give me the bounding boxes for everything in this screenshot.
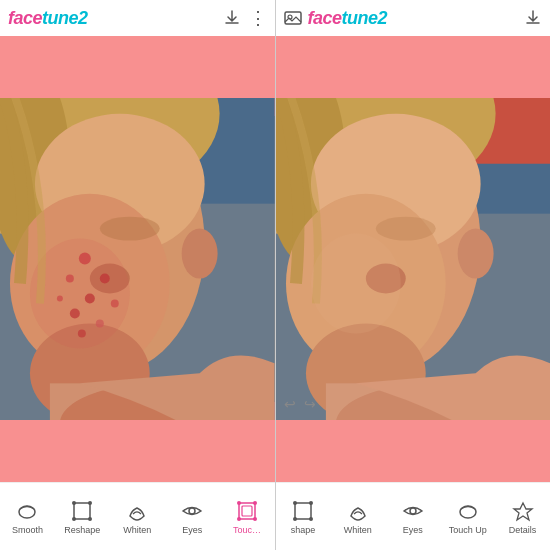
smooth-icon-left [16, 500, 38, 522]
header-right: facetune2 [276, 0, 551, 36]
download-button-left[interactable] [223, 9, 241, 27]
redo-button[interactable]: ↪ [304, 396, 316, 412]
svg-point-9 [182, 229, 218, 279]
shape-label-right: shape [291, 525, 316, 535]
header-left-group-right: facetune2 [284, 8, 388, 29]
details-icon-right [512, 500, 534, 522]
svg-marker-62 [514, 503, 532, 520]
svg-point-34 [253, 501, 257, 505]
tool-details-right[interactable]: Details [495, 483, 550, 550]
eyes-label-left: Eyes [182, 525, 202, 535]
touchup-label-right: Touch Up [449, 525, 487, 535]
whiten-icon-left [126, 500, 148, 522]
svg-point-26 [72, 501, 76, 505]
photo-area-right: ↩ ↪ [276, 36, 551, 482]
tool-whiten-right[interactable]: Whiten [330, 483, 385, 550]
header-icons-right [524, 9, 542, 27]
header-left: facetune2 ⋮ [0, 0, 275, 36]
photo-svg-left [0, 98, 275, 419]
svg-point-29 [88, 517, 92, 521]
face-image-right [276, 98, 551, 419]
svg-rect-25 [74, 503, 90, 519]
logo-face-right: face [308, 8, 342, 29]
svg-point-49 [457, 229, 493, 279]
svg-point-59 [309, 517, 313, 521]
tool-touchup-left[interactable]: Touc… [220, 483, 275, 550]
logo-2-left: 2 [78, 8, 88, 29]
undo-button[interactable]: ↩ [284, 396, 296, 412]
svg-point-27 [88, 501, 92, 505]
svg-point-56 [293, 501, 297, 505]
logo-tune-right: tune [342, 8, 378, 29]
photo-icon-right [284, 9, 302, 27]
svg-point-60 [410, 508, 416, 514]
shape-icon-right [292, 500, 314, 522]
svg-rect-32 [242, 506, 252, 516]
tool-smooth-left[interactable]: Smooth [0, 483, 55, 550]
photo-area-left [0, 36, 275, 482]
touchup-icon-right [457, 500, 479, 522]
whiten-label-left: Whiten [123, 525, 151, 535]
download-button-right[interactable] [524, 9, 542, 27]
logo-2-right: 2 [378, 8, 388, 29]
svg-point-36 [253, 517, 257, 521]
whiten-icon-right [347, 500, 369, 522]
tool-touchup-right[interactable]: Touch Up [440, 483, 495, 550]
reshape-label-left: Reshape [64, 525, 100, 535]
eyes-icon-left [181, 500, 203, 522]
eyes-icon-right [402, 500, 424, 522]
svg-rect-37 [285, 12, 301, 24]
svg-point-57 [309, 501, 313, 505]
menu-button-left[interactable]: ⋮ [249, 7, 267, 29]
logo-face-left: face [8, 8, 42, 29]
logo-left: facetune2 [8, 8, 88, 29]
touchup-icon-left [236, 500, 258, 522]
svg-point-28 [72, 517, 76, 521]
tool-eyes-left[interactable]: Eyes [165, 483, 220, 550]
photo-svg-right [276, 98, 551, 419]
eyes-label-right: Eyes [403, 525, 423, 535]
smooth-label-left: Smooth [12, 525, 43, 535]
logo-right: facetune2 [308, 8, 388, 29]
svg-point-33 [237, 501, 241, 505]
undo-row-right: ↩ ↪ [284, 396, 316, 412]
tool-reshape-left[interactable]: Reshape [55, 483, 110, 550]
svg-point-10 [100, 217, 160, 241]
touchup-label-left: Touc… [233, 525, 261, 535]
svg-rect-55 [295, 503, 311, 519]
tool-eyes-right[interactable]: Eyes [385, 483, 440, 550]
logo-tune-left: tune [42, 8, 78, 29]
details-label-right: Details [509, 525, 537, 535]
svg-point-58 [293, 517, 297, 521]
panel-right: facetune2 ↩ ↪ [276, 0, 551, 550]
header-icons-left: ⋮ [223, 7, 267, 29]
tool-whiten-left[interactable]: Whiten [110, 483, 165, 550]
panel-left: facetune2 ⋮ [0, 0, 275, 550]
svg-point-30 [189, 508, 195, 514]
face-image-left [0, 98, 275, 419]
toolbar-right: shape Whiten Eyes [276, 482, 551, 550]
svg-point-50 [375, 217, 435, 241]
svg-point-35 [237, 517, 241, 521]
svg-point-54 [310, 234, 400, 334]
toolbar-left: Smooth Reshape Whiten [0, 482, 275, 550]
reshape-icon-left [71, 500, 93, 522]
tool-shape-right[interactable]: shape [276, 483, 331, 550]
whiten-label-right: Whiten [344, 525, 372, 535]
